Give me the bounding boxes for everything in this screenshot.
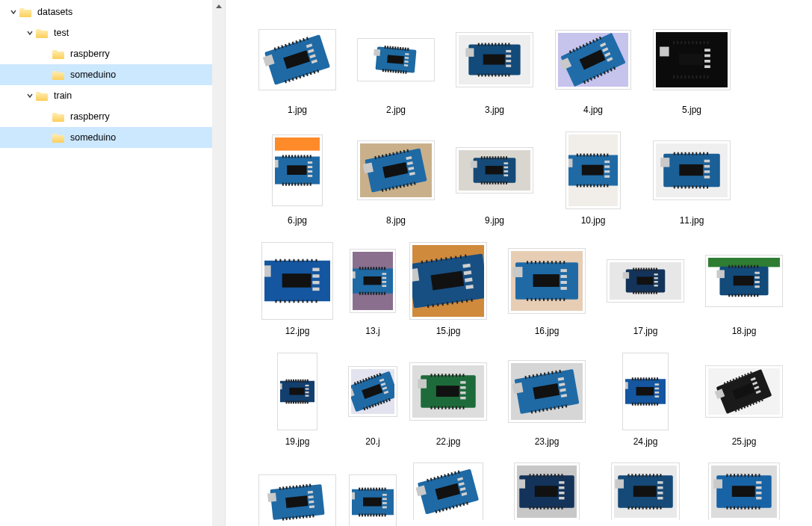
file-item[interactable] xyxy=(498,460,596,526)
svg-rect-243 xyxy=(600,154,601,157)
chevron-down-icon[interactable] xyxy=(7,6,19,18)
svg-rect-292 xyxy=(288,300,290,303)
folder-tree[interactable]: datasetstestraspberrysomeduinotrainraspb… xyxy=(0,0,225,148)
svg-rect-723 xyxy=(558,507,560,510)
svg-rect-657 xyxy=(368,513,369,516)
svg-rect-237 xyxy=(590,154,592,157)
svg-rect-741 xyxy=(639,507,640,510)
svg-rect-736 xyxy=(631,474,633,477)
svg-rect-304 xyxy=(315,300,317,303)
svg-rect-384 xyxy=(555,298,557,301)
svg-rect-588 xyxy=(654,392,659,394)
svg-rect-757 xyxy=(657,497,663,499)
folder-icon xyxy=(19,7,33,17)
svg-rect-403 xyxy=(640,268,642,271)
svg-rect-452 xyxy=(289,388,304,395)
file-item[interactable]: 18.jpg xyxy=(695,239,793,350)
thumbnail xyxy=(456,147,533,194)
svg-rect-257 xyxy=(674,152,675,155)
file-item[interactable] xyxy=(695,460,793,526)
thumbnail-grid[interactable]: 1.jpg2.jpg3.jpg4.jpg5.jpg6.jpg8.jpg9.jpg… xyxy=(226,18,812,526)
file-item[interactable]: 6.jpg xyxy=(248,129,347,239)
svg-rect-430 xyxy=(735,265,737,268)
tree-item-raspberry[interactable]: raspberry xyxy=(0,43,225,64)
svg-rect-775 xyxy=(748,507,749,510)
svg-rect-416 xyxy=(656,291,657,294)
svg-rect-258 xyxy=(674,185,675,188)
svg-rect-508 xyxy=(436,386,459,397)
file-item[interactable]: 1.jpg xyxy=(248,18,347,129)
svg-rect-379 xyxy=(547,261,548,264)
svg-rect-327 xyxy=(379,267,380,270)
svg-rect-781 xyxy=(758,507,760,510)
svg-rect-153 xyxy=(294,155,296,158)
file-item[interactable]: 22.jpg xyxy=(399,350,498,460)
svg-rect-443 xyxy=(754,294,755,297)
file-item[interactable] xyxy=(399,460,498,526)
tree-item-datasets[interactable]: datasets xyxy=(0,1,225,22)
thumbnail xyxy=(258,29,336,90)
svg-rect-329 xyxy=(381,267,382,270)
file-item[interactable]: 25.jpg xyxy=(695,350,793,460)
file-item[interactable]: 8.jpg xyxy=(347,129,445,239)
tree-item-test[interactable]: test xyxy=(0,22,225,43)
file-name-label: 23.jpg xyxy=(535,436,560,447)
chevron-down-icon[interactable] xyxy=(24,90,36,102)
file-item[interactable]: 16.jpg xyxy=(498,239,596,350)
file-item[interactable]: 3.jpg xyxy=(445,18,544,129)
file-item[interactable]: 27.j xyxy=(347,460,399,526)
svg-rect-576 xyxy=(645,377,647,380)
svg-rect-270 xyxy=(695,185,697,188)
svg-rect-769 xyxy=(737,507,739,510)
file-item[interactable]: 23.jpg xyxy=(498,350,596,460)
svg-rect-715 xyxy=(544,507,545,510)
file-name-label: 24.jpg xyxy=(633,436,658,447)
svg-rect-42 xyxy=(397,47,398,50)
file-item[interactable]: 24.jpg xyxy=(596,350,695,460)
svg-rect-706 xyxy=(529,474,530,477)
svg-rect-38 xyxy=(392,46,394,49)
svg-rect-131 xyxy=(699,75,701,78)
svg-rect-157 xyxy=(300,155,302,158)
svg-rect-581 xyxy=(651,403,653,406)
svg-rect-448 xyxy=(754,281,760,283)
file-item[interactable]: 10.jpg xyxy=(544,129,642,239)
svg-rect-80 xyxy=(506,50,511,52)
file-item[interactable]: 20.j xyxy=(347,350,399,460)
svg-rect-569 xyxy=(635,403,636,406)
file-item[interactable]: 26.jpg xyxy=(248,460,347,526)
tree-item-label: someduino xyxy=(70,132,116,143)
chevron-down-icon[interactable] xyxy=(24,27,36,39)
svg-rect-204 xyxy=(484,182,486,185)
tree-item-raspberry[interactable]: raspberry xyxy=(0,106,225,127)
tree-item-someduino[interactable]: someduino xyxy=(0,64,225,85)
svg-rect-627 xyxy=(289,517,291,520)
svg-rect-763 xyxy=(726,507,728,510)
svg-rect-532 xyxy=(460,392,465,394)
file-item[interactable]: 17.jpg xyxy=(596,239,695,350)
svg-rect-519 xyxy=(445,406,447,409)
file-item[interactable]: 15.jpg xyxy=(399,239,498,350)
svg-rect-566 xyxy=(632,377,633,380)
file-item[interactable]: 9.jpg xyxy=(445,129,544,239)
file-item[interactable]: 2.jpg xyxy=(347,18,445,129)
svg-rect-720 xyxy=(554,474,556,477)
file-item[interactable] xyxy=(596,460,695,526)
file-item[interactable]: 11.jpg xyxy=(642,129,741,239)
scroll-up-button[interactable] xyxy=(212,0,225,13)
file-item[interactable]: 19.jpg xyxy=(248,350,347,460)
thumbnail xyxy=(705,365,783,418)
file-item[interactable]: 5.jpg xyxy=(642,18,741,129)
tree-item-train[interactable]: train xyxy=(0,85,225,106)
svg-rect-34 xyxy=(387,46,388,49)
svg-rect-208 xyxy=(489,182,491,185)
svg-rect-433 xyxy=(738,294,740,297)
svg-rect-149 xyxy=(288,155,290,158)
file-item[interactable]: 13.j xyxy=(347,239,399,350)
tree-item-someduino[interactable]: someduino xyxy=(0,127,225,148)
file-item[interactable]: 4.jpg xyxy=(544,18,642,129)
file-item[interactable]: 12.jpg xyxy=(248,239,347,350)
sidebar-scrollbar[interactable] xyxy=(212,0,225,526)
svg-rect-287 xyxy=(279,259,281,262)
folder-icon xyxy=(52,111,66,122)
